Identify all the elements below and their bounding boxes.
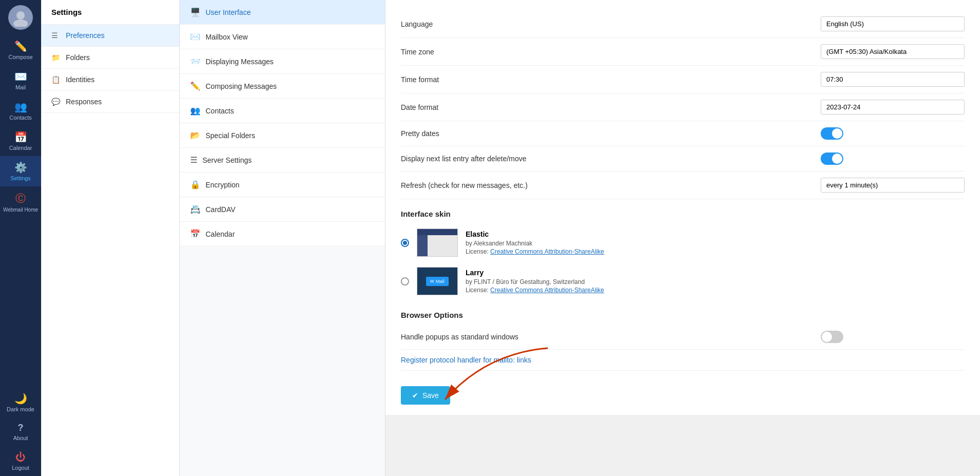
elastic-license: License: Creative Commons Attribution-Sh…: [466, 248, 965, 255]
language-input[interactable]: [821, 16, 965, 31]
larry-name: Larry: [466, 269, 965, 277]
settings-title: Settings: [51, 8, 82, 16]
timezone-value[interactable]: [821, 44, 965, 59]
sub-item-mailbox-view[interactable]: ✉️ Mailbox View: [180, 25, 385, 49]
handle-popups-label: Handle popups as standard windows: [401, 333, 821, 341]
refresh-label: Refresh (check for new messages, etc.): [401, 181, 821, 189]
sub-item-user-interface[interactable]: 🖥️ User Interface: [180, 0, 385, 25]
refresh-input[interactable]: [821, 178, 965, 193]
sidebar-item-logout[interactable]: ⏻ Logout: [0, 446, 41, 476]
avatar: [8, 5, 33, 30]
sub-item-special-folders[interactable]: 📂 Special Folders: [180, 123, 385, 148]
sidebar-darkmode-label: Dark mode: [7, 406, 34, 412]
setting-row-refresh: Refresh (check for new messages, etc.): [401, 172, 965, 199]
special-folders-icon: 📂: [190, 130, 200, 140]
identities-icon: 📋: [51, 75, 61, 84]
sidebar-item-settings[interactable]: ⚙️ Settings: [0, 156, 41, 186]
date-format-input[interactable]: [821, 100, 965, 115]
category-preferences[interactable]: ☰ Preferences: [41, 25, 179, 47]
time-format-label: Time format: [401, 75, 821, 84]
server-icon: ☰: [190, 155, 197, 165]
sub-item-server-settings[interactable]: ☰ Server Settings: [180, 148, 385, 173]
pretty-dates-toggle[interactable]: [821, 127, 965, 140]
larry-license-link[interactable]: Creative Commons Attribution-ShareAlike: [490, 287, 604, 294]
sidebar-item-settings-label: Settings: [10, 175, 31, 181]
interface-skin-title: Interface skin: [401, 210, 965, 218]
sidebar-item-mail-label: Mail: [15, 84, 26, 90]
elastic-thumbnail: [417, 229, 458, 257]
save-button[interactable]: ✔ Save: [401, 386, 450, 405]
setting-row-pretty-dates: Pretty dates: [401, 121, 965, 146]
skin-option-larry[interactable]: ✉ Mail Larry by FLINT / Büro für Gestalt…: [401, 262, 965, 300]
handle-popups-toggle-off[interactable]: [821, 331, 843, 343]
sub-item-displaying-messages[interactable]: 📨 Displaying Messages: [180, 49, 385, 74]
sub-item-carddav-label: CardDAV: [206, 205, 235, 214]
mail-icon: ✉️: [14, 70, 27, 83]
language-value[interactable]: [821, 16, 965, 31]
sub-item-mailbox-label: Mailbox View: [206, 33, 248, 41]
larry-radio[interactable]: [401, 277, 409, 285]
setting-row-date-format: Date format: [401, 93, 965, 121]
handle-popups-toggle[interactable]: [821, 331, 965, 343]
time-format-value[interactable]: [821, 72, 965, 87]
elastic-name: Elastic: [466, 230, 965, 238]
sidebar-item-mail[interactable]: ✉️ Mail: [0, 65, 41, 96]
category-responses[interactable]: 💬 Responses: [41, 91, 179, 113]
larry-skin-info: Larry by FLINT / Büro für Gestaltung, Sw…: [466, 269, 965, 294]
setting-row-protocol-handler: Register protocol handler for mailto: li…: [401, 350, 965, 371]
timezone-input[interactable]: [821, 44, 965, 59]
larry-license: License: Creative Commons Attribution-Sh…: [466, 287, 965, 294]
refresh-value[interactable]: [821, 178, 965, 193]
category-folders[interactable]: 📁 Folders: [41, 47, 179, 69]
elastic-license-text: License:: [466, 248, 489, 255]
time-format-input[interactable]: [821, 72, 965, 87]
elastic-author: by Aleksander Machniak: [466, 240, 965, 247]
sidebar-item-darkmode[interactable]: 🌙 Dark mode: [0, 387, 41, 417]
sub-item-encryption[interactable]: 🔒 Encryption: [180, 173, 385, 197]
pretty-dates-toggle-on[interactable]: [821, 127, 843, 140]
pretty-dates-label: Pretty dates: [401, 129, 821, 138]
protocol-handler-link[interactable]: Register protocol handler for mailto: li…: [401, 356, 531, 364]
timezone-label: Time zone: [401, 48, 821, 56]
display-next-toggle-on[interactable]: [821, 153, 843, 165]
date-format-value[interactable]: [821, 100, 965, 115]
sidebar-item-webmail[interactable]: Ⓒ Webmail Home: [0, 186, 41, 218]
category-identities[interactable]: 📋 Identities: [41, 69, 179, 91]
sidebar-item-contacts[interactable]: 👥 Contacts: [0, 96, 41, 126]
sub-item-contacts[interactable]: 👥 Contacts: [180, 99, 385, 123]
larry-license-text: License:: [466, 287, 489, 294]
compose-icon: ✏️: [14, 40, 27, 52]
elastic-license-link[interactable]: Creative Commons Attribution-ShareAlike: [490, 248, 604, 255]
setting-row-handle-popups: Handle popups as standard windows: [401, 325, 965, 350]
sidebar-item-compose-label: Compose: [8, 54, 32, 60]
contacts-sub-icon: 👥: [190, 106, 200, 116]
display-next-label: Display next list entry after delete/mov…: [401, 155, 821, 163]
category-identities-label: Identities: [66, 75, 95, 84]
sub-menu-panel: 🖥️ User Interface ✉️ Mailbox View 📨 Disp…: [180, 0, 385, 476]
sub-item-carddav[interactable]: 📇 CardDAV: [180, 197, 385, 222]
category-folders-label: Folders: [66, 53, 90, 62]
sub-item-contacts-label: Contacts: [206, 107, 234, 115]
language-label: Language: [401, 20, 821, 28]
sidebar-item-calendar[interactable]: 📅 Calendar: [0, 126, 41, 156]
sidebar-item-about[interactable]: ? About: [0, 417, 41, 446]
sub-item-server-label: Server Settings: [202, 156, 252, 164]
sidebar-item-compose[interactable]: ✏️ Compose: [0, 35, 41, 65]
sub-item-displaying-label: Displaying Messages: [206, 58, 273, 66]
skin-option-elastic[interactable]: Elastic by Aleksander Machniak License: …: [401, 223, 965, 262]
logout-icon: ⏻: [15, 451, 26, 463]
encryption-icon: 🔒: [190, 180, 200, 189]
responses-icon: 💬: [51, 98, 61, 106]
preferences-icon: ☰: [51, 31, 61, 40]
sidebar-bottom: 🌙 Dark mode ? About ⏻ Logout: [0, 387, 41, 476]
sub-item-ui-label: User Interface: [206, 8, 251, 16]
browser-options-title: Browser Options: [401, 311, 965, 319]
composing-icon: ✏️: [190, 81, 200, 91]
display-next-toggle[interactable]: [821, 153, 965, 165]
sub-item-composing-messages[interactable]: ✏️ Composing Messages: [180, 74, 385, 99]
setting-row-timezone: Time zone: [401, 38, 965, 66]
elastic-radio[interactable]: [401, 239, 409, 247]
save-checkmark-icon: ✔: [412, 391, 418, 399]
sub-item-calendar[interactable]: 📅 Calendar: [180, 222, 385, 246]
mailbox-icon: ✉️: [190, 32, 200, 42]
